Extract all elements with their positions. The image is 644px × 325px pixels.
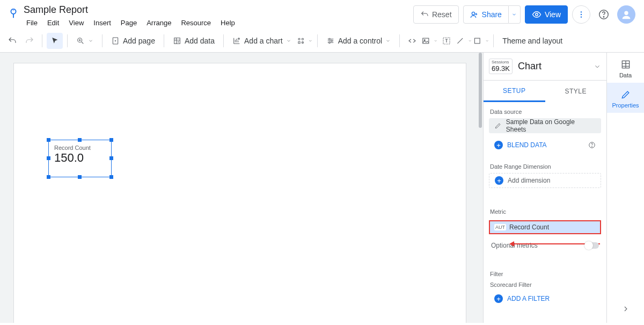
svg-point-15 [302,38,303,40]
blend-data-button[interactable]: + BLEND DATA [489,138,601,153]
text-button[interactable] [438,33,455,49]
resize-handle[interactable] [109,175,113,179]
resize-handle[interactable] [109,156,113,160]
separator [164,34,164,47]
svg-rect-24 [475,38,480,44]
data-source-heading: Data source [484,102,606,118]
image-button[interactable] [421,33,437,49]
view-button[interactable]: View [525,5,568,24]
share-label: Share [482,10,502,19]
add-date-dimension[interactable]: + Add dimension [489,173,601,188]
menu-arrange[interactable]: Arrange [142,17,176,29]
menu-page[interactable]: Page [116,17,142,29]
undo-button[interactable] [4,33,20,49]
plus-icon: + [495,176,503,185]
rail-data-label: Data [607,72,644,78]
add-filter-label: ADD A FILTER [507,295,550,302]
help-button[interactable] [595,5,613,24]
url-embed-button[interactable] [404,33,420,49]
add-dimension-label: Add dimension [508,177,550,184]
reset-label: Reset [432,10,452,19]
add-page-button[interactable]: Add page [107,33,159,49]
menu-edit[interactable]: Edit [42,17,64,29]
svg-point-2 [472,12,474,15]
tab-setup[interactable]: SETUP [484,81,545,102]
rail-properties-label: Properties [607,102,644,109]
resize-handle[interactable] [47,156,50,160]
resize-handle[interactable] [78,175,82,179]
scorecard-chart[interactable]: Record Count 150.0 [48,140,112,177]
resize-handle[interactable] [78,138,82,142]
reset-button[interactable]: Reset [413,5,459,24]
resize-handle[interactable] [109,138,113,142]
selection-tool[interactable] [47,33,63,49]
date-range-heading: Date Range Dimension [484,157,606,173]
metric-chip[interactable]: AUT Record Count [489,220,601,234]
document-title[interactable]: Sample Report [21,3,413,17]
svg-point-14 [298,38,300,40]
svg-point-1 [12,9,14,11]
theme-layout-button[interactable]: Theme and layout [498,33,567,49]
svg-point-20 [328,42,330,44]
blend-label: BLEND DATA [507,141,584,149]
more-options-button[interactable] [572,5,590,24]
metric-heading: Metric [484,202,606,218]
menu-view[interactable]: View [64,17,89,29]
share-dropdown[interactable] [509,5,521,24]
add-data-button[interactable]: Add data [169,33,219,49]
menu-file[interactable]: File [21,17,42,29]
report-page[interactable] [14,63,466,323]
help-icon[interactable] [588,141,596,149]
svg-point-3 [536,13,538,16]
filter-heading: Filter [484,264,606,280]
plus-icon: + [494,141,503,149]
menubar: File Edit View Insert Page Arrange Resou… [21,17,413,29]
separator [399,34,400,47]
tab-style[interactable]: STYLE [545,81,607,102]
resize-handle[interactable] [47,138,50,142]
zoom-tool[interactable] [72,33,98,49]
add-chart-label: Add a chart [244,37,283,45]
share-button[interactable]: Share [463,5,509,24]
menu-insert[interactable]: Insert [89,17,116,29]
community-viz-button[interactable] [297,33,313,49]
view-label: View [545,10,561,19]
scorecard-thumbnail-icon: Sessions69.3K [489,59,513,74]
properties-panel: Sessions69.3K Chart SETUP STYLE Data sou… [483,53,606,323]
svg-point-19 [331,40,332,41]
data-source-chip[interactable]: Sample Data on Google Sheets [489,118,601,133]
separator [67,34,68,47]
optional-metrics-toggle[interactable] [585,242,599,249]
menu-help[interactable]: Help [216,17,240,29]
vertical-scrollbar[interactable] [478,53,483,323]
pencil-icon [494,122,502,129]
svg-point-18 [328,38,330,40]
data-source-name: Sample Data on Google Sheets [506,118,596,133]
add-chart-button[interactable]: Add a chart [228,33,296,49]
resize-handle[interactable] [47,175,50,179]
chart-type-picker[interactable]: Sessions69.3K Chart [484,53,606,81]
scorecard-metric-value: 150.0 [49,151,111,165]
account-avatar[interactable] [617,5,635,24]
shape-button[interactable] [473,33,489,49]
svg-point-9 [624,11,628,15]
rail-properties[interactable]: Properties [607,83,644,113]
redo-button[interactable] [21,33,38,49]
plus-icon: + [494,294,503,303]
svg-rect-21 [423,38,429,44]
svg-point-4 [581,11,582,12]
add-control-button[interactable]: Add a control [322,33,396,49]
menu-resource[interactable]: Resource [176,17,216,29]
app-logo[interactable] [5,3,21,24]
add-filter-button[interactable]: + ADD A FILTER [489,291,601,306]
filter-subheading: Scorecard Filter [484,280,606,291]
chart-picker-label: Chart [518,61,588,72]
metric-aggregation-badge: AUT [494,224,506,230]
separator [102,34,103,47]
rail-expand-button[interactable] [621,297,630,323]
separator [42,34,42,47]
line-button[interactable] [456,33,472,49]
add-page-label: Add page [123,37,155,45]
rail-data[interactable]: Data [607,53,644,83]
canvas[interactable]: Record Count 150.0 [0,53,483,323]
